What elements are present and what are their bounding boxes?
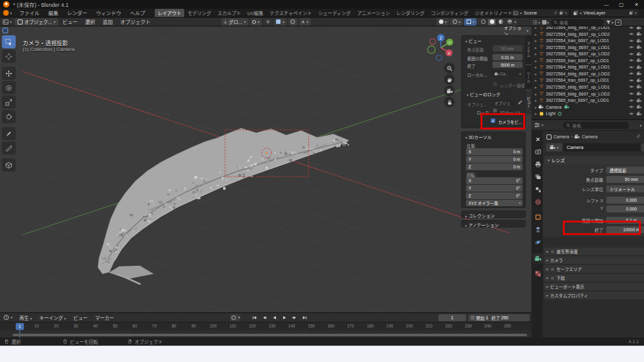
lens-タイプ-field[interactable]: 透視投影▾ — [606, 167, 644, 173]
xray-toggle[interactable]: ▾ — [464, 18, 477, 26]
panel-下絵[interactable]: ▸下絵 — [544, 274, 644, 282]
outliner-row[interactable]: ▸▽39272555_tran_6697_op_LOD1 — [531, 57, 644, 64]
hide-eye-icon[interactable] — [629, 31, 634, 36]
disable-render-icon[interactable] — [636, 71, 641, 76]
disable-render-icon[interactable] — [636, 31, 641, 36]
lock-view-button[interactable] — [444, 97, 455, 107]
outliner-row[interactable]: ▸▽39272555_bldg_6697_op_LOD1 — [531, 44, 644, 51]
rotate-tool[interactable] — [2, 81, 16, 94]
disable-render-icon[interactable] — [636, 84, 641, 89]
expand-arrow-icon[interactable]: ▸ — [533, 98, 538, 102]
viewport-menu-追加[interactable]: 追加 — [99, 18, 116, 25]
panel-カスタムプロパティ[interactable]: ▸カスタムプロパティ — [544, 292, 644, 299]
hide-eye-icon[interactable] — [629, 52, 634, 57]
panel-被写界深度[interactable]: ▸被写界深度 — [544, 248, 644, 255]
workspace-tab-スカルプト[interactable]: スカルプト — [214, 9, 245, 17]
pin-icon[interactable] — [553, 11, 558, 15]
menu-編集[interactable]: 編集 — [44, 9, 63, 17]
outliner-search-input[interactable]: 検索 — [551, 19, 604, 26]
outliner-row[interactable]: ▸▽39272564_bldg_6697_op_LOD2 — [531, 70, 644, 77]
scene-selector[interactable]: ▾ Scene × — [511, 9, 569, 16]
lock-3d-cursor-checkbox[interactable] — [492, 108, 497, 113]
disable-render-icon[interactable] — [636, 45, 641, 50]
sidebar-tab-ツール[interactable]: ツール — [526, 65, 531, 89]
properties-tab-tool[interactable] — [533, 134, 543, 144]
sidebar-tab-ビュー[interactable]: ビュー — [526, 90, 531, 114]
outliner-row[interactable]: ▸▽39272555_bldg_6697_op_LOD2 — [531, 50, 644, 57]
timeline-menu-キーイング[interactable]: キーイング▾ — [36, 314, 70, 321]
cursor-rotation-z-field[interactable]: Z0° — [466, 192, 523, 199]
copy-icon[interactable] — [559, 11, 564, 15]
shading-material-preview-button[interactable] — [497, 19, 504, 25]
disable-render-icon[interactable] — [636, 52, 641, 57]
shading-wireframe-button[interactable] — [479, 19, 487, 25]
local-camera-field[interactable]: Ca...× — [492, 70, 523, 77]
properties-editor-type-button[interactable]: ▾ — [534, 122, 543, 128]
properties-tab-physics[interactable] — [533, 237, 543, 247]
lens-Y-field[interactable]: 0.000 — [606, 206, 644, 212]
timeline-menu-ビュー[interactable]: ビュー — [70, 314, 92, 321]
timeline-editor-type-button[interactable]: ▾ — [0, 314, 16, 321]
outliner-display-mode-dropdown[interactable]: ▾ — [532, 19, 540, 25]
zoom-button[interactable] — [444, 63, 455, 74]
select-mode-extend-button[interactable] — [9, 28, 14, 33]
panel-カメラ[interactable]: ▸カメラ≡ — [544, 256, 644, 264]
outliner-filter-funnel-button[interactable]: ▾ — [606, 19, 614, 25]
workspace-tab-テクスチャペイント[interactable]: テクスチャペイント — [267, 9, 315, 17]
hide-eye-icon[interactable] — [629, 98, 634, 103]
camera-datablock-menu[interactable]: ▾ — [546, 143, 562, 151]
jump-start-button[interactable] — [250, 314, 259, 321]
annotate-tool[interactable] — [2, 127, 16, 140]
sidebar-tab-アイテム[interactable]: アイテム — [526, 35, 531, 64]
expand-arrow-icon[interactable]: ▸ — [533, 78, 538, 82]
prev-keyframe-button[interactable] — [260, 314, 269, 321]
overlays-dropdown[interactable]: ▾ — [450, 18, 463, 26]
workspace-tab-コンポジティング[interactable]: コンポジティング — [428, 9, 472, 17]
properties-tab-object-data[interactable] — [533, 253, 543, 263]
select-mode-new-button[interactable] — [3, 28, 8, 33]
eyedropper-icon[interactable] — [518, 100, 523, 105]
lens-panel-header[interactable]: ▾レンズ — [544, 156, 644, 165]
properties-tab-world[interactable] — [533, 197, 543, 207]
hide-eye-icon[interactable] — [629, 71, 634, 76]
outliner-row[interactable]: ▸▽39272554_bldg_6697_op_LOD2 — [531, 31, 644, 38]
outliner-row[interactable]: ▸▽39272564_tran_6697_op_LOD1 — [531, 77, 644, 84]
use-preview-range-icon[interactable] — [470, 315, 475, 320]
3d-viewport[interactable]: カメラ・透視投影 (1) Collection | Camera オプション▾ … — [0, 26, 531, 312]
disable-render-icon[interactable] — [636, 58, 641, 63]
maximize-button[interactable]: ▢ — [614, 0, 629, 9]
viewport-menu-ビュー[interactable]: ビュー — [58, 18, 81, 25]
editor-type-button[interactable]: ▾ — [0, 19, 14, 25]
close-button[interactable]: ✕ — [629, 0, 644, 9]
snap-toggle[interactable] — [264, 18, 272, 26]
lens-レンズ単位-field[interactable]: ミリメートル▾ — [606, 185, 644, 192]
outliner-row[interactable]: ▸▽39272565_bldg_6697_op_LOD2 — [531, 90, 644, 97]
workspace-tab-レイアウト[interactable]: レイアウト — [155, 9, 185, 17]
auto-keying-button[interactable]: ▾ — [230, 314, 240, 321]
hide-eye-icon[interactable] — [629, 111, 634, 116]
panel-checkbox[interactable] — [550, 276, 555, 280]
proportional-falloff-dropdown[interactable]: ∧▾ — [299, 18, 311, 26]
hide-eye-icon[interactable] — [629, 26, 634, 30]
shading-dropdown[interactable]: ▾ — [514, 20, 516, 24]
new-collection-button[interactable]: + — [615, 19, 621, 26]
fake-user-button[interactable] — [641, 143, 644, 151]
cursor-tool[interactable] — [2, 50, 16, 63]
tool-options-button[interactable]: オプション▾ — [501, 27, 531, 34]
menu-ウィンドウ[interactable]: ウィンドウ — [92, 9, 126, 17]
expand-arrow-icon[interactable]: ▸ — [533, 26, 538, 30]
panel-ビューポート表示[interactable]: ▸ビューポート表示 — [544, 283, 644, 290]
hide-eye-icon[interactable] — [629, 91, 634, 96]
timeline-menu-マーカー[interactable]: マーカー — [91, 314, 118, 321]
lock-object-field[interactable]: オブジェ — [492, 100, 516, 106]
focal-length-field[interactable]: 50 mm — [492, 45, 523, 52]
proportional-editing-toggle[interactable] — [289, 18, 297, 26]
move-tool[interactable] — [2, 67, 16, 80]
select-mode-intersect-button[interactable] — [28, 28, 33, 33]
disable-render-icon[interactable] — [636, 111, 641, 116]
cursor-panel-header[interactable]: ▾ 3Dカーソル — [465, 134, 492, 140]
workspace-tab-UV編集[interactable]: UV編集 — [244, 9, 266, 17]
workspace-tab-レンダリング[interactable]: レンダリング — [393, 9, 428, 17]
outliner-row[interactable]: ▸▽39272554_tran_6697_op_LOD1 — [531, 37, 644, 44]
select-mode-subtract-button[interactable] — [15, 28, 21, 33]
